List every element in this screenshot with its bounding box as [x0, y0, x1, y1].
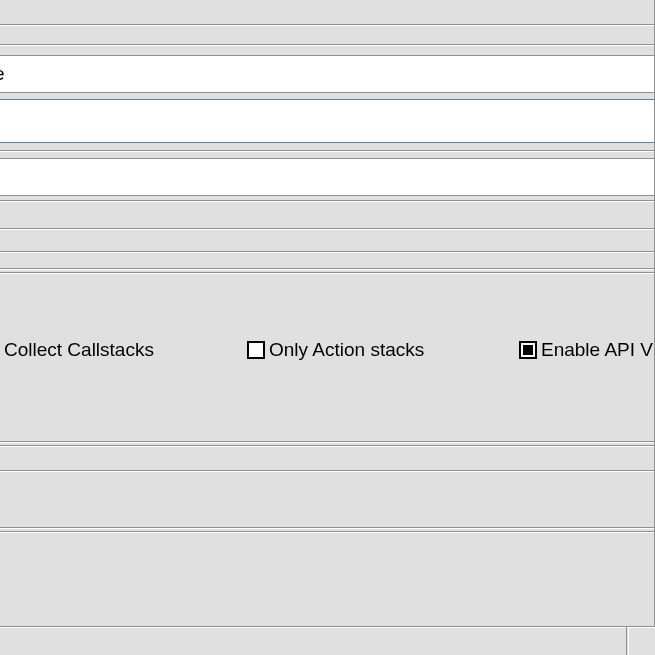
collect-callstacks-checkbox[interactable]: Collect Callstacks — [4, 339, 154, 361]
bottom-right-panel — [626, 626, 655, 655]
text-field-1[interactable]: e — [0, 55, 655, 93]
checkbox-icon — [519, 341, 537, 359]
enable-api-label: Enable API V — [541, 339, 653, 361]
text-field-2-selected[interactable] — [0, 99, 655, 143]
collect-callstacks-label: Collect Callstacks — [4, 339, 154, 361]
text-field-1-value: e — [0, 63, 5, 85]
enable-api-checkbox[interactable]: Enable API V — [519, 339, 653, 361]
only-action-stacks-label: Only Action stacks — [269, 339, 424, 361]
text-field-3[interactable] — [0, 158, 655, 196]
checkbox-icon — [247, 341, 265, 359]
only-action-stacks-checkbox[interactable]: Only Action stacks — [247, 339, 424, 361]
